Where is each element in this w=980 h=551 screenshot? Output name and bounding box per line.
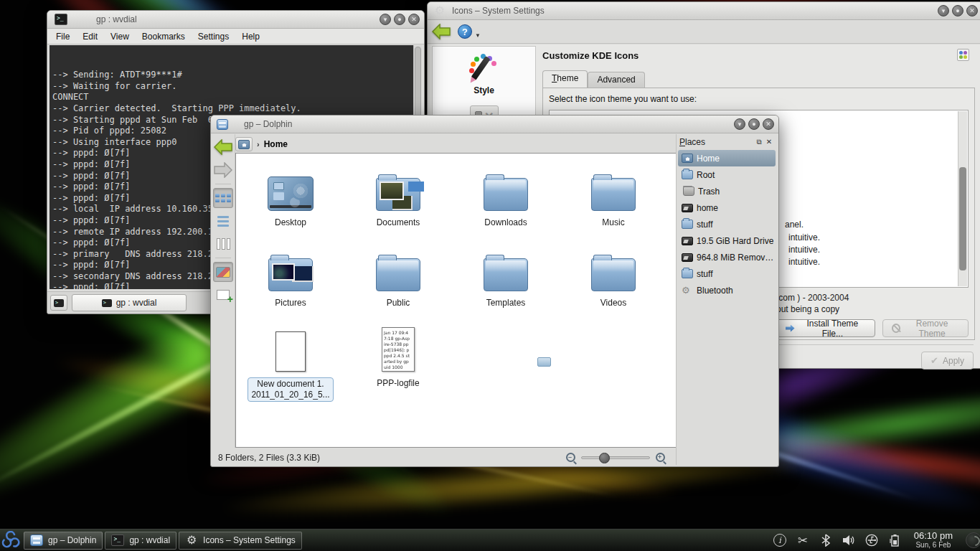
- tab-wvdial[interactable]: > gp : wvdial: [72, 294, 187, 311]
- new-tab-button[interactable]: >: [50, 295, 67, 311]
- icons-view-button[interactable]: [213, 188, 233, 208]
- task-icon: [185, 534, 198, 546]
- file-item[interactable]: Music: [560, 158, 667, 238]
- terminal-line: --> Sending: ATDT*99***1#: [52, 70, 413, 81]
- info-icon[interactable]: i: [773, 534, 786, 547]
- details-view-button[interactable]: [213, 211, 233, 231]
- file-label: Videos: [598, 297, 629, 309]
- sidebar-item-style[interactable]: Style: [433, 85, 535, 95]
- menu-item[interactable]: Settings: [198, 32, 229, 42]
- columns-view-button[interactable]: [213, 234, 233, 254]
- zoom-in-icon[interactable]: +: [656, 453, 665, 462]
- terminal-icon: [55, 14, 67, 25]
- places-item[interactable]: stuff: [678, 216, 776, 232]
- maximize-button[interactable]: ●: [394, 14, 405, 25]
- file-item[interactable]: Desktop: [237, 158, 344, 238]
- file-icon: [268, 176, 314, 211]
- places-panel: Places ⧉ ✕ Home Root: [676, 134, 777, 465]
- tab-advanced[interactable]: Advanced: [588, 72, 644, 88]
- places-item[interactable]: Root: [678, 166, 776, 183]
- taskbar-task[interactable]: gp – Dolphin: [24, 532, 103, 550]
- places-item[interactable]: Home: [678, 150, 776, 166]
- minimize-button[interactable]: ▾: [734, 118, 745, 130]
- places-item[interactable]: home: [678, 199, 776, 216]
- dolphin-icon: [217, 119, 228, 130]
- terminal-line: CONNECT: [52, 92, 413, 103]
- breadcrumb: › Home: [235, 136, 288, 153]
- file-icon: [484, 258, 528, 291]
- konsole-titlebar[interactable]: gp : wvdial ▾ ● ✕: [47, 11, 424, 29]
- back-button[interactable]: [213, 137, 233, 157]
- file-item[interactable]: Videos: [560, 238, 667, 319]
- split-view-button[interactable]: [213, 285, 233, 305]
- system-settings-titlebar[interactable]: Icons – System Settings ▾ ● ✕: [428, 2, 980, 20]
- system-settings-toolbar: ? ▼: [428, 20, 980, 44]
- terminal-line: --> Carrier detected. Starting PPP immed…: [52, 103, 413, 115]
- tab-theme[interactable]: Theme: [542, 70, 588, 88]
- columns-view-icon: [217, 238, 230, 250]
- places-item[interactable]: Bluetooth: [678, 282, 776, 298]
- menu-item[interactable]: Bookmarks: [142, 32, 185, 42]
- preview-button[interactable]: [213, 262, 233, 282]
- zoom-slider-knob[interactable]: [599, 453, 610, 463]
- clock[interactable]: 06:10 pm Sun, 6 Feb: [911, 531, 956, 550]
- chevron-down-icon[interactable]: ▼: [475, 32, 481, 39]
- back-button[interactable]: [432, 24, 451, 39]
- places-item[interactable]: 19.5 GiB Hard Drive: [678, 232, 776, 249]
- scrollbar[interactable]: [958, 111, 967, 286]
- file-item[interactable]: Downloads: [452, 158, 560, 238]
- panel-cashew-icon[interactable]: [966, 532, 980, 548]
- volume-icon[interactable]: [842, 534, 855, 547]
- places-item[interactable]: 964.8 MiB Remov…: [678, 249, 776, 265]
- file-item[interactable]: Pictures: [237, 238, 344, 319]
- file-item[interactable]: Public: [344, 238, 452, 319]
- battery-icon[interactable]: [888, 534, 901, 547]
- dolphin-file-view[interactable]: Desktop Documents: [235, 153, 677, 448]
- remove-theme-button[interactable]: Remove Theme: [882, 319, 969, 337]
- float-panel-button[interactable]: ⧉: [754, 137, 764, 147]
- breadcrumb-home-label[interactable]: Home: [264, 139, 288, 149]
- breadcrumb-home-button[interactable]: [235, 137, 253, 151]
- help-button[interactable]: ?: [458, 24, 472, 39]
- taskbar-task[interactable]: Icons – System Settings: [179, 532, 302, 550]
- places-item[interactable]: Trash: [678, 183, 776, 199]
- bluetooth-icon[interactable]: [819, 534, 832, 547]
- window-dolphin: gp – Dolphin ▾ ● ✕ › Home: [210, 115, 779, 467]
- close-button[interactable]: ✕: [763, 118, 774, 130]
- forward-button[interactable]: [213, 160, 233, 180]
- close-button[interactable]: ✕: [408, 14, 420, 25]
- scrollbar-thumb[interactable]: [959, 167, 966, 270]
- minimize-button[interactable]: ▾: [938, 5, 949, 17]
- menu-item[interactable]: File: [56, 32, 70, 42]
- file-item[interactable]: Jan 17 09:4 7:18 gp-Asp ire-5738 pp pd[1…: [344, 319, 452, 402]
- zoom-slider[interactable]: [581, 456, 650, 459]
- file-label: Desktop: [272, 217, 309, 229]
- stray-thumbnail: [537, 357, 551, 367]
- menu-item[interactable]: Help: [242, 32, 260, 42]
- minimize-button[interactable]: ▾: [380, 14, 391, 25]
- taskbar-task[interactable]: gp : wvdial: [105, 532, 176, 550]
- menu-item[interactable]: Edit: [83, 32, 98, 42]
- menu-item[interactable]: View: [110, 32, 129, 42]
- place-icon: [682, 220, 693, 229]
- app-launcher-button[interactable]: [0, 529, 22, 551]
- place-label: stuff: [697, 220, 712, 230]
- file-item[interactable]: Documents: [344, 158, 452, 238]
- theme-list-text: intuitive.: [788, 232, 820, 242]
- page-title: Customize KDE Icons: [542, 50, 979, 61]
- close-panel-button[interactable]: ✕: [764, 137, 774, 147]
- clipboard-scissors-icon[interactable]: ✂: [796, 534, 809, 547]
- install-theme-button[interactable]: Install Theme File...: [776, 319, 875, 337]
- file-item[interactable]: New document 1. 2011_01_20_16_5...: [237, 319, 344, 402]
- usb-device-icon[interactable]: [865, 534, 878, 547]
- places-item[interactable]: stuff: [678, 265, 776, 282]
- zoom-out-icon[interactable]: –: [566, 453, 575, 462]
- maximize-button[interactable]: ●: [952, 5, 963, 17]
- maximize-button[interactable]: ●: [748, 118, 760, 130]
- dolphin-titlebar[interactable]: gp – Dolphin ▾ ● ✕: [211, 116, 778, 133]
- theme-list-text: intuitive.: [788, 257, 820, 267]
- close-button[interactable]: ✕: [966, 5, 978, 17]
- desktop: Icons – System Settings ▾ ● ✕ ? ▼: [0, 0, 980, 551]
- file-item[interactable]: Templates: [452, 238, 560, 319]
- apply-button[interactable]: ✔ Apply: [921, 352, 974, 369]
